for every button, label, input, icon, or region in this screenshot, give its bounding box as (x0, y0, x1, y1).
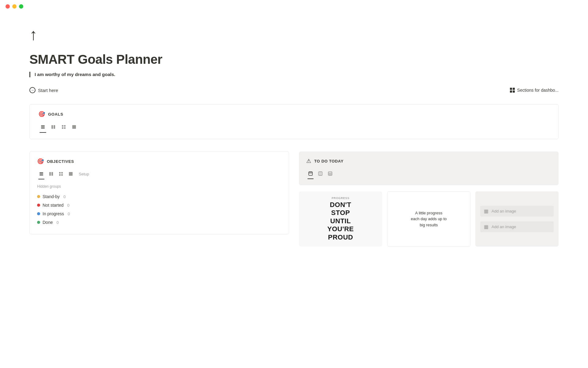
svg-rect-21 (310, 171, 310, 172)
progress-text: A little progresseach day adds up tobig … (411, 210, 447, 228)
progress-card: A little progresseach day adds up tobig … (387, 191, 470, 247)
dont-stop-card: PROGRESS DON'TSTOPUNTILYOU'REPROUD (299, 191, 382, 247)
todo-card: ⚠ To Do Today (299, 151, 559, 185)
sections-button[interactable]: Sections for dashbo... (510, 88, 559, 93)
in-progress-label: In progress (43, 211, 64, 216)
svg-rect-17 (59, 174, 61, 176)
todo-title: To Do Today (314, 159, 344, 163)
image-cards-row: PROGRESS DON'TSTOPUNTILYOU'REPROUD A lit… (299, 191, 559, 247)
add-image-button-2[interactable]: ▦ Add an image (480, 221, 554, 232)
svg-rect-22 (311, 171, 311, 172)
hidden-groups-label: Hidden groups (37, 184, 281, 189)
goals-tab-table[interactable] (70, 122, 79, 132)
todo-tab-month[interactable] (326, 169, 334, 178)
status-not-started: Not started 0 (37, 201, 281, 209)
status-done: Done 0 (37, 218, 281, 227)
obj-tab-gallery[interactable] (57, 170, 65, 178)
svg-rect-18 (61, 174, 63, 176)
obj-setup-button[interactable]: Setup (79, 172, 89, 176)
sections-label: Sections for dashbo... (517, 88, 559, 93)
goals-view-tabs (38, 122, 550, 132)
svg-rect-19 (69, 172, 73, 176)
right-column: ⚠ To Do Today (299, 151, 559, 247)
not-started-count: 0 (67, 203, 69, 208)
svg-rect-20 (309, 172, 312, 175)
alert-icon: ⚠ (306, 158, 311, 164)
svg-rect-8 (64, 127, 66, 129)
in-progress-count: 0 (68, 212, 70, 216)
obj-tab-table[interactable] (66, 170, 75, 178)
status-in-progress: In progress 0 (37, 209, 281, 218)
dont-stop-content: PROGRESS DON'TSTOPUNTILYOU'REPROUD (327, 197, 354, 241)
sections-grid-icon (510, 88, 515, 93)
dont-stop-subtitle: PROGRESS (327, 197, 354, 200)
todo-tab-calendar[interactable] (306, 169, 315, 178)
standby-dot (37, 195, 40, 198)
close-button[interactable] (6, 4, 10, 9)
page-title: SMART Goals Planner (29, 52, 559, 67)
not-started-dot (37, 204, 40, 207)
titlebar (0, 0, 588, 13)
svg-rect-12 (40, 175, 43, 175)
svg-rect-1 (41, 127, 45, 127)
in-progress-dot (37, 212, 40, 215)
done-dot (37, 221, 40, 224)
goals-tab-list[interactable] (38, 122, 47, 132)
start-here-label: Start here (38, 88, 58, 93)
objectives-target-icon: 🎯 (37, 158, 44, 165)
quote-block: I am worthy of my dreams and goals. (29, 72, 559, 77)
not-started-label: Not started (43, 203, 63, 208)
image-icon-1: ▦ (484, 208, 488, 214)
dont-stop-text: DON'TSTOPUNTILYOU'REPROUD (327, 201, 354, 241)
quote-text: I am worthy of my dreams and goals. (35, 72, 115, 77)
done-label: Done (43, 220, 53, 225)
add-image-column: ▦ Add an image ▦ Add an image (475, 191, 559, 247)
maximize-button[interactable] (19, 4, 23, 9)
add-image-label-1: Add an image (492, 209, 516, 213)
objectives-view-tabs: Setup (37, 170, 281, 178)
svg-rect-6 (64, 125, 66, 127)
standby-count: 0 (63, 194, 66, 199)
bottom-grid: 🎯 OBJECTIVES Setup Hidden groups (29, 151, 559, 247)
svg-rect-10 (40, 172, 43, 173)
add-image-button-1[interactable]: ▦ Add an image (480, 206, 554, 217)
svg-rect-16 (61, 172, 63, 174)
todo-view-tabs (306, 169, 551, 178)
add-image-label-2: Add an image (492, 224, 516, 229)
start-here-row: → Start here Sections for dashbo... (29, 86, 559, 94)
svg-rect-14 (51, 172, 53, 176)
obj-tab-list[interactable] (37, 170, 46, 178)
goals-tab-gallery[interactable] (59, 122, 68, 132)
goals-section: 🎯 GOALS (29, 104, 559, 139)
start-here-button[interactable]: → Start here (29, 86, 58, 94)
svg-rect-3 (51, 125, 53, 129)
standby-label: Stand-by (43, 194, 60, 199)
goals-target-icon: 🎯 (38, 111, 45, 117)
arrow-up-icon: ↑ (29, 25, 559, 44)
svg-rect-24 (318, 172, 322, 175)
status-standby: Stand-by 0 (37, 192, 281, 201)
goals-tab-board[interactable] (49, 122, 58, 132)
svg-rect-2 (41, 128, 45, 128)
objectives-header: 🎯 OBJECTIVES (37, 158, 281, 165)
minimize-button[interactable] (12, 4, 17, 9)
todo-header: ⚠ To Do Today (306, 158, 551, 164)
svg-rect-7 (62, 127, 63, 129)
svg-rect-5 (62, 125, 63, 127)
start-here-icon: → (29, 87, 36, 93)
done-count: 0 (56, 220, 58, 225)
goals-title: GOALS (48, 112, 63, 117)
main-content: ↑ SMART Goals Planner I am worthy of my … (0, 13, 588, 265)
svg-rect-11 (40, 174, 43, 174)
goals-header: 🎯 GOALS (38, 111, 550, 117)
svg-rect-15 (59, 172, 61, 174)
objectives-title: OBJECTIVES (47, 159, 74, 164)
todo-tab-week[interactable] (316, 169, 325, 178)
svg-rect-0 (41, 125, 45, 126)
svg-rect-9 (72, 125, 76, 129)
obj-tab-board[interactable] (47, 170, 55, 178)
svg-rect-13 (49, 172, 51, 176)
svg-rect-4 (54, 125, 55, 129)
image-icon-2: ▦ (484, 224, 488, 230)
objectives-card: 🎯 OBJECTIVES Setup Hidden groups (29, 151, 289, 234)
